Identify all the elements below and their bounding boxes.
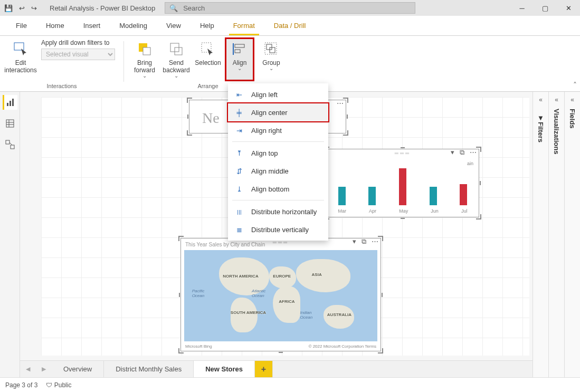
menu-format[interactable]: Format <box>224 16 264 35</box>
menu-data-drill[interactable]: Data / Drill <box>264 16 316 35</box>
svg-rect-15 <box>6 120 14 127</box>
align-bottom-item[interactable]: ⤓Align bottom <box>228 180 328 198</box>
menu-home[interactable]: Home <box>36 16 74 35</box>
visualizations-pane[interactable]: « Visualizations <box>548 92 564 377</box>
funnel-icon: ▼ <box>537 114 544 122</box>
ribbon-collapse-icon[interactable]: ˄ <box>573 81 577 89</box>
svg-rect-3 <box>175 47 182 55</box>
page-tabs: ◀ ▶ Overview District Monthly Sales New … <box>20 360 533 377</box>
model-view-icon[interactable] <box>3 137 17 152</box>
align-left-icon: ⇤ <box>234 91 244 99</box>
align-button[interactable]: Align <box>225 38 254 81</box>
distribute-v-icon: ≣ <box>234 226 244 234</box>
svg-line-21 <box>9 142 12 145</box>
menu-insert[interactable]: Insert <box>74 16 110 35</box>
align-right-icon: ⇥ <box>234 127 244 135</box>
edit-interactions-button[interactable]: Edit interactions <box>6 38 35 74</box>
align-center-item[interactable]: ╪Align center <box>228 103 328 121</box>
redo-icon[interactable]: ↪ <box>31 4 37 12</box>
filters-pane[interactable]: « ▼ Filters <box>533 92 548 377</box>
page-tab-district[interactable]: District Monthly Sales <box>104 361 194 377</box>
align-bottom-icon: ⤓ <box>234 185 244 193</box>
svg-rect-11 <box>270 47 275 53</box>
chevron-left-icon: « <box>539 96 543 103</box>
add-page-button[interactable]: + <box>255 361 273 377</box>
svg-rect-20 <box>11 145 14 149</box>
align-middle-icon: ⇵ <box>234 167 244 175</box>
filter-icon[interactable]: ▾ <box>451 148 454 157</box>
chart-bars <box>327 166 479 205</box>
more-icon[interactable]: ⋯ <box>372 237 378 246</box>
map-attribution-right: © 2022 Microsoft Corporation Terms <box>309 344 376 349</box>
selection-button[interactable]: Selection <box>194 38 222 66</box>
search-placeholder: Search <box>183 4 205 12</box>
view-switcher <box>0 92 20 377</box>
chart-title-partial: ain <box>467 161 473 166</box>
distribute-vertical-item[interactable]: ≣Distribute vertically <box>228 221 328 238</box>
align-middle-item[interactable]: ⇵Align middle <box>228 162 328 180</box>
svg-rect-14 <box>12 99 14 106</box>
menu-file[interactable]: File <box>6 16 36 35</box>
title-bar: 💾 ↩ ↪ Retail Analysis - Power BI Desktop… <box>0 0 580 16</box>
align-right-item[interactable]: ⇥Align right <box>228 121 328 139</box>
page-indicator: Page 3 of 3 <box>5 381 37 389</box>
svg-rect-10 <box>267 44 272 50</box>
chart-x-labels: Mar Apr May Jun Jul <box>327 208 479 214</box>
report-view-icon[interactable] <box>3 95 17 110</box>
ribbon-group-interactions: Edit interactions Apply drill down filte… <box>3 38 120 91</box>
map-attribution-left: Microsoft Bing <box>185 344 212 349</box>
menu-help[interactable]: Help <box>191 16 224 35</box>
align-left-item[interactable]: ⇤Align left <box>228 85 328 103</box>
chevron-left-icon: « <box>555 96 558 103</box>
distribute-h-icon: ⫼ <box>234 208 244 216</box>
filter-icon[interactable]: ▾ <box>353 237 356 246</box>
fields-pane[interactable]: « Fields <box>564 92 580 377</box>
maximize-button[interactable]: ▢ <box>534 0 557 16</box>
apply-drill-select[interactable]: Selected visual <box>41 49 115 60</box>
search-box[interactable]: 🔍 Search <box>165 2 415 14</box>
send-backward-button[interactable]: Send backward <box>162 38 191 79</box>
svg-rect-0 <box>14 43 24 50</box>
map-visual[interactable]: ═══ ▾ ⧉ ⋯ This Year Sales by City and Ch… <box>180 238 381 351</box>
distribute-horizontal-item[interactable]: ⫼Distribute horizontally <box>228 203 328 221</box>
align-dropdown: ⇤Align left ╪Align center ⇥Align right ⤒… <box>228 83 328 241</box>
svg-rect-12 <box>7 103 8 106</box>
tab-prev-icon[interactable]: ◀ <box>20 361 36 377</box>
tab-next-icon[interactable]: ▶ <box>36 361 52 377</box>
svg-rect-8 <box>235 50 240 53</box>
bar-chart-visual[interactable]: ═══ ▾ ⧉ ⋯ ain Mar Apr May Jun Jul <box>326 149 479 217</box>
chevron-left-icon: « <box>571 96 574 103</box>
sensitivity-label: 🛡 Public <box>46 381 71 389</box>
close-button[interactable]: ✕ <box>557 0 580 16</box>
group-label-interactions: Interactions <box>6 82 117 91</box>
svg-rect-2 <box>143 47 150 55</box>
apply-drill-label: Apply drill down filters to <box>41 39 109 46</box>
save-icon[interactable]: 💾 <box>4 4 13 12</box>
map-image: NORTH AMERICA EUROPE ASIA AFRICA SOUTH A… <box>184 250 377 341</box>
data-view-icon[interactable] <box>3 116 17 131</box>
undo-icon[interactable]: ↩ <box>19 4 25 12</box>
svg-rect-7 <box>235 44 244 47</box>
more-icon[interactable]: ⋯ <box>470 148 477 157</box>
align-center-icon: ╪ <box>234 109 244 117</box>
align-top-item[interactable]: ⤒Align top <box>228 144 328 162</box>
search-icon: 🔍 <box>169 4 178 12</box>
minimize-button[interactable]: ─ <box>510 0 534 16</box>
group-button[interactable]: Group <box>257 38 286 71</box>
drag-handle-icon[interactable]: ═══ <box>395 150 411 156</box>
focus-icon[interactable]: ⧉ <box>362 237 366 246</box>
menu-tabs: File Home Insert Modeling View Help Form… <box>0 16 580 36</box>
bring-forward-button[interactable]: Bring forward <box>130 38 159 79</box>
page-tab-overview[interactable]: Overview <box>52 361 104 377</box>
menu-view[interactable]: View <box>157 16 191 35</box>
apply-drill-block: Apply drill down filters to Selected vis… <box>38 38 117 60</box>
quick-access-toolbar: 💾 ↩ ↪ <box>4 4 37 12</box>
menu-modeling[interactable]: Modeling <box>110 16 157 35</box>
more-icon[interactable]: ⋯ <box>337 99 344 107</box>
status-bar: Page 3 of 3 🛡 Public <box>0 377 580 392</box>
focus-icon[interactable]: ⧉ <box>460 148 464 157</box>
svg-rect-13 <box>9 101 11 106</box>
page-tab-newstores[interactable]: New Stores <box>194 361 255 377</box>
window-title: Retail Analysis - Power BI Desktop <box>50 4 155 12</box>
window-buttons: ─ ▢ ✕ <box>510 0 580 16</box>
